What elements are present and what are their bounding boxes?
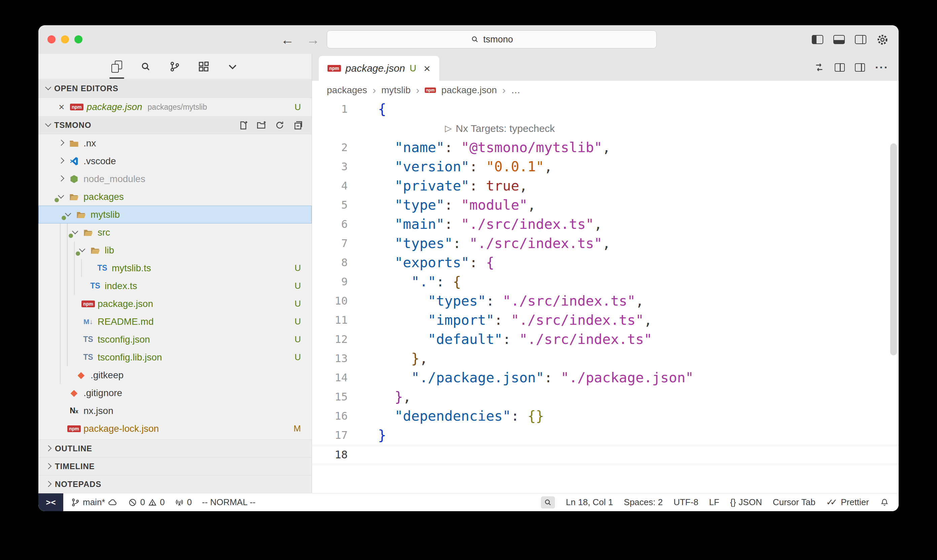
tree-item-mytslib[interactable]: mytslib — [38, 206, 312, 223]
code-line-2[interactable]: 2 "name": "@tsmono/mytslib", — [312, 138, 899, 157]
close-editor-icon[interactable]: × — [58, 101, 70, 113]
tree-item-.nx[interactable]: .nx — [38, 134, 312, 152]
vscode-icon — [67, 156, 82, 166]
eol-sequence[interactable]: LF — [709, 497, 719, 508]
breadcrumb-file[interactable]: package.json — [441, 85, 497, 95]
search-view-icon[interactable] — [138, 59, 153, 74]
tree-item-.vscode[interactable]: .vscode — [38, 152, 312, 170]
more-views-chevron-icon[interactable] — [225, 59, 240, 74]
codelens[interactable]: ▷Nx Targets: typecheck — [312, 119, 899, 138]
minimize-window-button[interactable] — [61, 35, 69, 43]
vertical-scrollbar[interactable] — [890, 143, 897, 355]
tree-item-README.md[interactable]: M↓README.mdU — [38, 313, 312, 331]
tree-item-index.ts[interactable]: TSindex.tsU — [38, 277, 312, 295]
toggle-panel-icon[interactable] — [833, 35, 845, 44]
new-folder-icon[interactable] — [257, 120, 266, 130]
chevron-right-icon — [45, 445, 51, 451]
explorer-section-header[interactable]: TSMONO — [38, 116, 312, 134]
toggle-secondary-sidebar-icon[interactable] — [855, 35, 866, 44]
encoding[interactable]: UTF-8 — [674, 497, 699, 508]
sidebar: OPEN EDITORS × npm package.json packages… — [38, 54, 312, 493]
code-line-13[interactable]: 13 }, — [312, 349, 899, 368]
tree-item-.gitignore[interactable]: ◆.gitignore — [38, 384, 312, 402]
code-line-15[interactable]: 15 }, — [312, 387, 899, 406]
code-line-5[interactable]: 5 "type": "module", — [312, 195, 899, 215]
close-tab-icon[interactable]: × — [424, 62, 431, 75]
tree-item-nx.json[interactable]: Nxnx.json — [38, 402, 312, 420]
code-line-8[interactable]: 8 "exports": { — [312, 253, 899, 272]
code-line-12[interactable]: 12 "default": "./src/index.ts" — [312, 330, 899, 349]
timeline-section-header[interactable]: TIMELINE — [38, 457, 312, 475]
breadcrumb-symbol-ellipsis[interactable]: … — [511, 85, 520, 95]
language-mode[interactable]: {} JSON — [730, 497, 762, 508]
problems-item[interactable]: 0 0 — [128, 497, 165, 508]
source-control-icon[interactable] — [167, 59, 182, 74]
code-line-3[interactable]: 3 "version": "0.0.1", — [312, 157, 899, 176]
outline-section-header[interactable]: OUTLINE — [38, 440, 312, 457]
code-line-11[interactable]: 11 "import": "./src/index.ts", — [312, 311, 899, 330]
explorer-icon[interactable] — [109, 59, 124, 74]
close-window-button[interactable] — [48, 35, 55, 43]
formatter-item[interactable]: ✓✓ Prettier — [826, 497, 869, 508]
more-actions-icon[interactable]: ··· — [875, 61, 889, 74]
navigate-forward-icon[interactable]: → — [306, 33, 320, 46]
code-line-6[interactable]: 6 "main": "./src/index.ts", — [312, 215, 899, 234]
code-line-18[interactable]: 18 — [312, 445, 899, 464]
vim-mode-indicator[interactable]: -- NORMAL -- — [202, 497, 255, 508]
code-editor[interactable]: 1{▷Nx Targets: typecheck2 "name": "@tsmo… — [312, 100, 899, 493]
git-status-badge: U — [294, 102, 301, 112]
extensions-icon[interactable] — [196, 59, 211, 74]
ports-item[interactable]: 0 — [175, 497, 191, 508]
tree-item-tsconfig.json[interactable]: TStsconfig.jsonU — [38, 331, 312, 348]
navigate-back-icon[interactable]: ← — [281, 33, 294, 46]
git-branch-item[interactable]: main* — [71, 497, 118, 508]
notifications-bell-icon[interactable] — [880, 498, 889, 507]
cursor-position[interactable]: Ln 18, Col 1 — [566, 497, 613, 508]
indentation[interactable]: Spaces: 2 — [624, 497, 663, 508]
maximize-window-button[interactable] — [74, 35, 83, 43]
tree-item-package.json[interactable]: npmpackage.jsonU — [38, 295, 312, 313]
breadcrumb-packages[interactable]: packages — [327, 85, 367, 95]
chevron-down-icon[interactable] — [58, 192, 64, 198]
code-line-17[interactable]: 17} — [312, 426, 899, 445]
open-editor-item[interactable]: × npm package.json packages/mytslib U — [38, 98, 312, 116]
tab-package-json[interactable]: npm package.json U × — [319, 56, 439, 81]
tree-item-node_modules[interactable]: node_modules — [38, 170, 312, 188]
notepads-section-header[interactable]: NOTEPADS — [38, 475, 312, 493]
chevron-right-icon[interactable] — [58, 140, 64, 146]
code-lines: 1{▷Nx Targets: typecheck2 "name": "@tsmo… — [312, 100, 899, 464]
chevron-down-icon[interactable] — [72, 228, 78, 234]
open-changes-icon[interactable] — [814, 62, 825, 73]
tree-item-packages[interactable]: packages — [38, 188, 312, 206]
editor-layout-icon[interactable] — [855, 63, 865, 72]
breadcrumb-mytslib[interactable]: mytslib — [382, 85, 411, 95]
zoom-indicator[interactable] — [541, 496, 555, 509]
tree-item-package-lock.json[interactable]: npmpackage-lock.jsonM — [38, 420, 312, 437]
code-line-16[interactable]: 16 "dependencies": {} — [312, 406, 899, 426]
chevron-right-icon[interactable] — [58, 175, 64, 182]
code-line-7[interactable]: 7 "types": "./src/index.ts", — [312, 234, 899, 253]
chevron-down-icon[interactable] — [65, 210, 71, 216]
collapse-all-icon[interactable] — [293, 120, 303, 130]
code-line-10[interactable]: 10 "types": "./src/index.ts", — [312, 291, 899, 311]
remote-indicator[interactable]: >< — [38, 493, 63, 511]
open-editors-header[interactable]: OPEN EDITORS — [38, 79, 312, 98]
tree-item-lib[interactable]: lib — [38, 241, 312, 259]
settings-gear-icon[interactable] — [876, 34, 889, 46]
code-line-14[interactable]: 14 "./package.json": "./package.json" — [312, 368, 899, 387]
split-editor-icon[interactable] — [835, 63, 845, 72]
code-line-1[interactable]: 1{ — [312, 100, 899, 119]
refresh-icon[interactable] — [275, 120, 285, 130]
code-line-4[interactable]: 4 "private": true, — [312, 176, 899, 195]
code-line-9[interactable]: 9 ".": { — [312, 272, 899, 291]
tree-item-tsconfig.lib.json[interactable]: TStsconfig.lib.jsonU — [38, 348, 312, 366]
tree-item-.gitkeep[interactable]: ◆.gitkeep — [38, 366, 312, 384]
tree-item-src[interactable]: src — [38, 223, 312, 241]
tree-item-mytslib.ts[interactable]: TSmytslib.tsU — [38, 259, 312, 277]
chevron-down-icon[interactable] — [79, 246, 85, 252]
new-file-icon[interactable] — [238, 120, 248, 130]
command-center-search[interactable]: tsmono — [327, 30, 657, 48]
chevron-right-icon[interactable] — [58, 157, 64, 163]
cursor-tab-toggle[interactable]: Cursor Tab — [773, 497, 815, 508]
toggle-primary-sidebar-icon[interactable] — [812, 35, 823, 44]
